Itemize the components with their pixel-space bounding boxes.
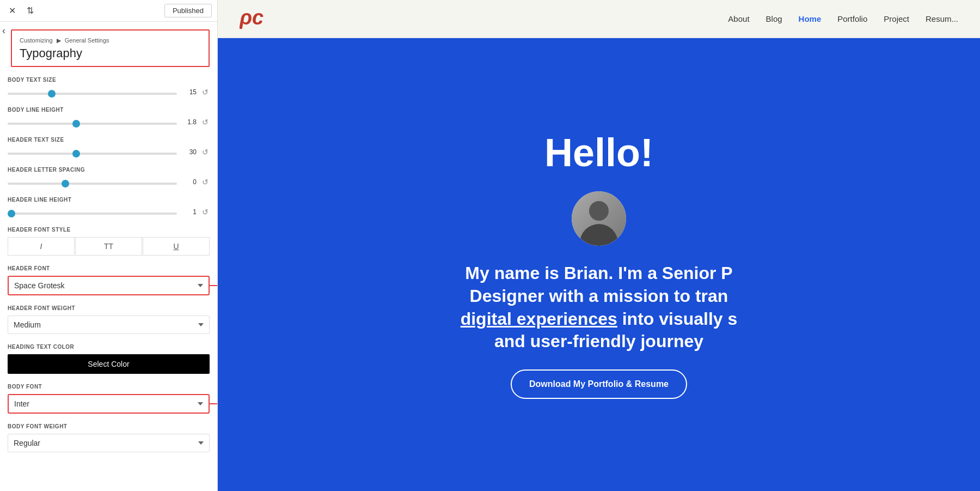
body-font-weight-label: BODY FONT WEIGHT [8, 423, 210, 429]
header-letter-spacing-reset[interactable]: ↺ [201, 178, 210, 186]
body-line-height-row: BODY LINE HEIGHT 1.8 ↺ [8, 107, 210, 127]
header-line-height-slider[interactable] [8, 213, 177, 215]
site-header: ρc About Blog Home Portfolio Project Res… [218, 0, 980, 38]
nav-home[interactable]: Home [799, 14, 822, 23]
nav-portfolio[interactable]: Portfolio [837, 14, 867, 23]
color-select-button[interactable]: Select Color [8, 354, 210, 374]
nav-blog[interactable]: Blog [766, 14, 782, 23]
avatar-image [572, 191, 626, 246]
body-line-height-reset[interactable]: ↺ [201, 118, 210, 126]
body-text-size-label: BODY TEXT SIZE [8, 77, 210, 83]
hero-avatar [572, 191, 626, 246]
breadcrumb-section: Customizing ▶ General Settings Typograph… [11, 29, 210, 67]
header-letter-spacing-label: HEADER LETTER SPACING [8, 167, 210, 173]
header-line-height-reset[interactable]: ↺ [201, 208, 210, 216]
heading-text-color-label: HEADING TEXT COLOR [8, 344, 210, 350]
header-text-size-value: 30 [181, 148, 197, 156]
hero-desc-underline: digital experiences [461, 309, 617, 329]
caps-button[interactable]: TT [75, 237, 142, 256]
body-font-row: BODY FONT Inter Roboto Open Sans Space G… [8, 384, 210, 414]
header-font-weight-select[interactable]: Medium Regular Bold Light [8, 316, 210, 334]
heading-text-color-row: HEADING TEXT COLOR Select Color [8, 344, 210, 374]
left-panel: ✕ ⇅ Published ‹ Customizing ▶ General Se… [0, 0, 218, 491]
svg-text:ρc: ρc [240, 6, 264, 29]
toolbar: ✕ ⇅ Published [0, 0, 217, 22]
published-button[interactable]: Published [164, 4, 212, 17]
hero-desc-part1: My name is Brian. I'm a Senior PDesigner… [465, 263, 732, 306]
hero-cta-button[interactable]: Download My Portfolio & Resume [511, 369, 687, 399]
header-font-label: HEADER FONT [8, 265, 210, 271]
nav-about[interactable]: About [728, 14, 749, 23]
hero-title: Hello! [544, 130, 653, 175]
breadcrumb-sep1: ▶ [57, 37, 63, 44]
settings-panel: BODY TEXT SIZE 15 ↺ BODY LINE HEIGHT 1.8… [0, 71, 217, 491]
site-logo: ρc [240, 3, 272, 35]
header-line-height-row: HEADER LINE HEIGHT 1 ↺ [8, 197, 210, 217]
header-letter-spacing-value: 0 [181, 178, 197, 186]
body-text-size-value: 15 [181, 88, 197, 96]
header-text-size-row: HEADER TEXT SIZE 30 ↺ [8, 137, 210, 157]
underline-button[interactable]: U [143, 237, 210, 256]
header-text-size-reset[interactable]: ↺ [201, 148, 210, 156]
header-font-weight-label: HEADER FONT WEIGHT [8, 305, 210, 311]
nav-resume[interactable]: Resum... [926, 14, 958, 23]
body-text-size-row: BODY TEXT SIZE 15 ↺ [8, 77, 210, 97]
page-title: Typography [20, 46, 201, 60]
breadcrumb-root: Customizing [20, 37, 53, 44]
header-text-size-label: HEADER TEXT SIZE [8, 137, 210, 143]
hero-description: My name is Brian. I'm a Senior PDesigner… [461, 262, 738, 353]
breadcrumb: Customizing ▶ General Settings [20, 37, 201, 44]
body-font-weight-row: BODY FONT WEIGHT Regular Medium Bold Lig… [8, 423, 210, 452]
body-font-select[interactable]: Inter Roboto Open Sans Space Grotesk [8, 394, 210, 414]
body-text-size-slider[interactable] [8, 93, 177, 95]
nav-project[interactable]: Project [884, 14, 909, 23]
header-letter-spacing-slider[interactable] [8, 183, 177, 185]
header-line-height-label: HEADER LINE HEIGHT [8, 197, 210, 203]
header-line-height-value: 1 [181, 208, 197, 216]
header-font-style-label: HEADER FONT STYLE [8, 227, 210, 233]
header-letter-spacing-row: HEADER LETTER SPACING 0 ↺ [8, 167, 210, 187]
header-font-row: HEADER FONT Space Grotesk Inter Roboto O… [8, 265, 210, 295]
right-panel: ρc About Blog Home Portfolio Project Res… [218, 0, 980, 491]
body-font-weight-select[interactable]: Regular Medium Bold Light [8, 434, 210, 452]
header-font-weight-row: HEADER FONT WEIGHT Medium Regular Bold L… [8, 305, 210, 334]
site-hero: Hello! My name is Brian. I'm a Senior PD… [218, 38, 980, 491]
site-nav: About Blog Home Portfolio Project Resum.… [728, 14, 958, 23]
breadcrumb-parent: General Settings [65, 37, 109, 44]
body-font-label: BODY FONT [8, 384, 210, 390]
body-text-size-reset[interactable]: ↺ [201, 88, 210, 96]
body-line-height-value: 1.8 [181, 118, 197, 126]
header-font-select[interactable]: Space Grotesk Inter Roboto Open Sans [8, 276, 210, 295]
close-button[interactable]: ✕ [5, 4, 19, 17]
body-line-height-label: BODY LINE HEIGHT [8, 107, 210, 113]
header-text-size-slider[interactable] [8, 153, 177, 155]
back-button[interactable]: ‹ [2, 25, 5, 37]
header-font-style-row: HEADER FONT STYLE I TT U [8, 227, 210, 256]
swap-button[interactable]: ⇅ [23, 4, 37, 17]
body-line-height-slider[interactable] [8, 123, 177, 125]
italic-button[interactable]: I [8, 237, 75, 256]
